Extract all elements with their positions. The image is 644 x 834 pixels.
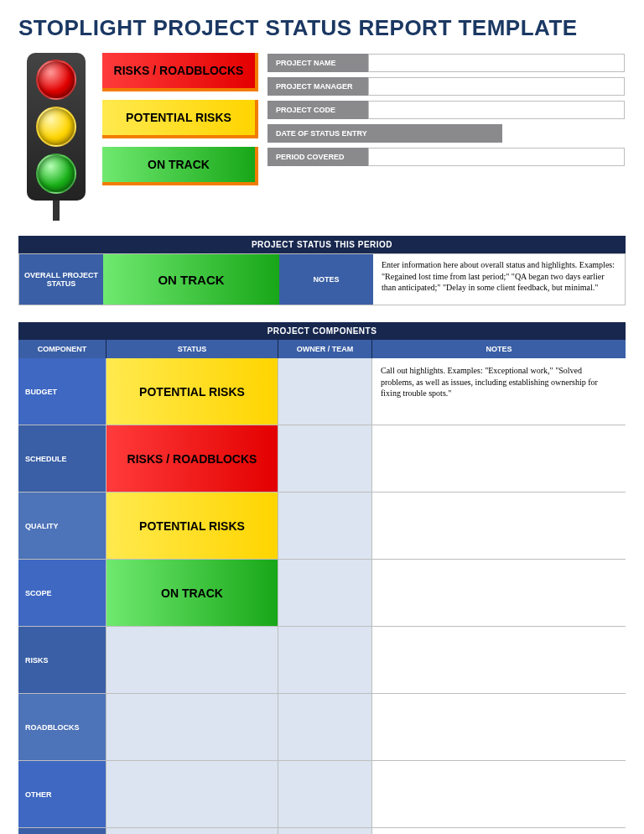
component-row: ROADBLOCKS	[18, 694, 626, 761]
info-row: DATE OF STATUS ENTRY	[267, 123, 626, 143]
legend: RISKS / ROADBLOCKS POTENTIAL RISKS ON TR…	[102, 53, 258, 185]
info-label: PROJECT MANAGER	[267, 77, 368, 96]
component-status[interactable]	[106, 694, 278, 760]
component-owner[interactable]	[278, 828, 372, 834]
component-notes[interactable]	[372, 761, 626, 827]
component-notes[interactable]	[372, 627, 626, 693]
info-value[interactable]	[368, 101, 625, 119]
components-body: BUDGETPOTENTIAL RISKSCall out highlights…	[18, 358, 626, 834]
component-name: ROADBLOCKS	[18, 694, 106, 760]
info-label: PROJECT CODE	[267, 101, 368, 119]
component-status[interactable]: ON TRACK	[106, 560, 278, 626]
legend-red: RISKS / ROADBLOCKS	[102, 53, 258, 91]
component-owner[interactable]	[278, 425, 372, 492]
component-status[interactable]: POTENTIAL RISKS	[106, 493, 278, 559]
component-status[interactable]	[106, 627, 278, 693]
header-status: STATUS	[106, 340, 278, 358]
component-name: OTHER	[18, 761, 106, 827]
overall-status-value: ON TRACK	[103, 254, 279, 305]
status-period-row: OVERALL PROJECT STATUS ON TRACK NOTES En…	[18, 253, 626, 305]
component-status[interactable]: RISKS / ROADBLOCKS	[106, 425, 278, 492]
component-notes[interactable]	[372, 493, 626, 559]
info-label: PERIOD COVERED	[267, 148, 368, 166]
page-title: STOPLIGHT PROJECT STATUS REPORT TEMPLATE	[18, 15, 626, 41]
top-section: RISKS / ROADBLOCKS POTENTIAL RISKS ON TR…	[18, 53, 626, 221]
component-name: QUALITY	[18, 493, 106, 559]
project-info: PROJECT NAMEPROJECT MANAGERPROJECT CODED…	[267, 53, 626, 167]
header-owner: OWNER / TEAM	[278, 340, 372, 358]
component-notes[interactable]	[372, 694, 626, 760]
status-period-banner: PROJECT STATUS THIS PERIOD	[18, 236, 626, 253]
info-row: PERIOD COVERED	[267, 147, 626, 167]
stoplight-graphic	[18, 53, 94, 221]
overall-status-label: OVERALL PROJECT STATUS	[19, 254, 103, 305]
components-banner: PROJECT COMPONENTS	[18, 322, 626, 340]
overall-notes[interactable]: Enter information here about overall sta…	[373, 254, 625, 305]
legend-green: ON TRACK	[102, 147, 258, 185]
component-name: OTHER	[18, 828, 106, 834]
component-row: RISKS	[18, 627, 626, 694]
info-value[interactable]	[368, 77, 625, 96]
component-notes[interactable]	[372, 560, 626, 626]
component-notes[interactable]	[372, 828, 626, 834]
header-component: COMPONENT	[18, 340, 106, 358]
component-status[interactable]	[106, 761, 278, 827]
component-notes[interactable]	[372, 425, 626, 492]
component-row: OTHER	[18, 828, 626, 834]
component-name: SCOPE	[18, 560, 106, 626]
info-value[interactable]	[368, 54, 625, 72]
component-row: SCHEDULERISKS / ROADBLOCKS	[18, 425, 626, 493]
component-owner[interactable]	[278, 560, 372, 626]
component-owner[interactable]	[278, 761, 372, 827]
component-row: BUDGETPOTENTIAL RISKSCall out highlights…	[18, 358, 626, 425]
stoplight-yellow-icon	[36, 107, 76, 147]
info-label: PROJECT NAME	[267, 54, 368, 72]
component-status[interactable]	[106, 828, 278, 834]
info-row: PROJECT NAME	[267, 53, 626, 73]
component-row: QUALITYPOTENTIAL RISKS	[18, 493, 626, 560]
info-row: PROJECT MANAGER	[267, 76, 626, 96]
component-row: SCOPEON TRACK	[18, 560, 626, 627]
components-header: COMPONENT STATUS OWNER / TEAM NOTES	[18, 340, 626, 358]
info-value[interactable]	[368, 148, 625, 166]
info-row: PROJECT CODE	[267, 100, 626, 120]
header-notes: NOTES	[372, 340, 626, 358]
component-name: RISKS	[18, 627, 106, 693]
component-owner[interactable]	[278, 358, 372, 425]
component-name: SCHEDULE	[18, 425, 106, 492]
stoplight-green-icon	[36, 154, 76, 194]
component-name: BUDGET	[18, 358, 106, 425]
legend-yellow: POTENTIAL RISKS	[102, 100, 258, 138]
component-status[interactable]: POTENTIAL RISKS	[106, 358, 278, 425]
component-owner[interactable]	[278, 493, 372, 559]
stoplight-red-icon	[36, 60, 76, 100]
component-notes[interactable]: Call out highlights. Examples: "Exceptio…	[372, 358, 626, 425]
info-label: DATE OF STATUS ENTRY	[267, 124, 502, 143]
component-row: OTHER	[18, 761, 626, 828]
component-owner[interactable]	[278, 627, 372, 693]
notes-label: NOTES	[279, 254, 373, 305]
component-owner[interactable]	[278, 694, 372, 760]
